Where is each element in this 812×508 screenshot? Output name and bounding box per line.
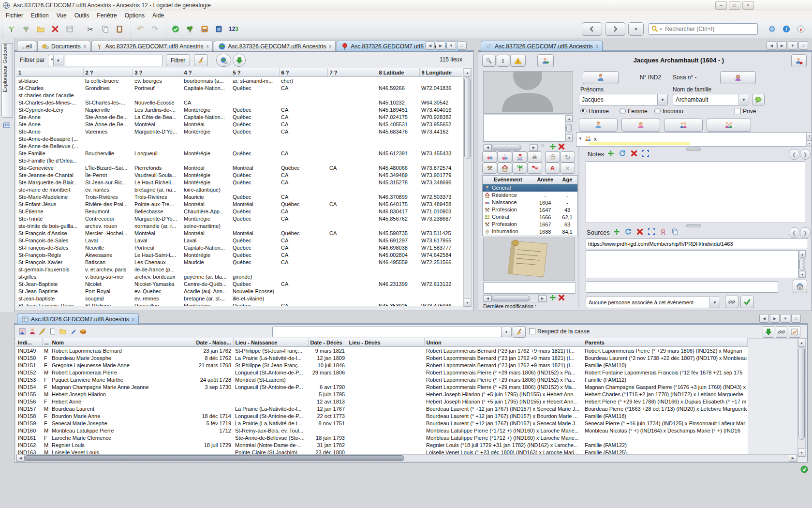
table-row[interactable]: IND162MRegnier Louis18 juil 1729Montréal… xyxy=(16,441,747,448)
gedcom-explorer-tab[interactable]: Explorateur Gedcom xyxy=(1,43,13,118)
table-row[interactable]: St-Cyprien-de-LéryNapiervilleLes Jardins… xyxy=(16,106,462,113)
clear-filter-button[interactable] xyxy=(194,54,208,66)
source-media-button[interactable] xyxy=(793,280,807,293)
firstname-combo[interactable]: Jacques ▼ xyxy=(579,94,668,105)
ev-relation-button[interactable] xyxy=(527,163,542,174)
associate-link-button[interactable] xyxy=(725,296,738,308)
ev-death-button[interactable]: ☠ xyxy=(527,151,542,163)
splitter-handle[interactable] xyxy=(686,148,701,151)
scroll-left-arrow[interactable]: ◀ xyxy=(484,144,492,151)
scrollbar-thumb[interactable] xyxy=(491,296,530,301)
scroll-left-arrow[interactable]: ◀ xyxy=(16,455,25,462)
certify-source-icon[interactable] xyxy=(659,228,667,236)
ev-a-button[interactable]: A xyxy=(545,163,560,174)
places-col-6[interactable]: 6 ? xyxy=(279,68,327,77)
tab-asc-837326-gedcom7-utf8-ancestris[interactable]: Asc.837326.GEDCOM7.utf8 Ancestrisx xyxy=(214,41,336,51)
geocode-button[interactable] xyxy=(216,54,231,67)
media-scrollbar[interactable]: ▲ ▼ xyxy=(565,115,573,142)
search-dropdown-button[interactable]: ▼ xyxy=(501,327,512,337)
person-red-icon[interactable] xyxy=(28,327,37,336)
table-row[interactable]: IND150FBourdeau Marie Josephe8 déc 1762L… xyxy=(16,354,747,361)
table-row[interactable]: st-jean-baptistesougealev. rennesbretagn… xyxy=(16,295,462,302)
source-media-h-scrollbar[interactable]: ◀ ▶ xyxy=(483,295,547,302)
places-col-7[interactable]: 7 ? xyxy=(327,68,377,77)
table-row[interactable]: IND160MMonbleau Latulippe Pierre1712St-R… xyxy=(16,427,747,434)
table-row[interactable]: Ste-Anne-de-Bellevue (... xyxy=(16,142,462,149)
minimize-button[interactable]: – xyxy=(715,1,727,10)
anchor-button[interactable] xyxy=(482,55,496,67)
table-row[interactable]: St-François-d'AssiseMercier--Hochel...Mo… xyxy=(16,229,462,237)
ev-profession-button[interactable]: ⚒ xyxy=(482,163,497,174)
table-row[interactable]: St-Charles-des-Mines-...St-Charles-les-.… xyxy=(16,99,462,106)
scrollbar-thumb[interactable] xyxy=(798,347,805,440)
sprout-button[interactable] xyxy=(4,22,19,36)
add-note-icon[interactable] xyxy=(607,149,615,157)
events-col-annee[interactable]: Année xyxy=(533,176,557,184)
table-row[interactable]: Ste-AnneVarennesMarguerite-D'Yo...Montér… xyxy=(16,128,462,135)
check-circle-button[interactable] xyxy=(168,22,183,36)
menu-fenêtre[interactable]: Fenêtre xyxy=(93,11,120,20)
notes-textarea[interactable] xyxy=(586,161,805,223)
table-row[interactable]: ste-marie de montbertev. nantesbretagne … xyxy=(16,186,462,193)
warnings-button[interactable]: ! xyxy=(510,55,526,67)
scroll-up-arrow[interactable]: ▲ xyxy=(799,251,806,257)
tab-maximize-button[interactable]: □ xyxy=(798,41,808,50)
tab-scroll-right-button[interactable]: ▶ xyxy=(770,314,780,323)
media-h-scrollbar[interactable]: ◀ ▶ xyxy=(483,144,538,151)
add-media-icon[interactable] xyxy=(549,143,557,150)
scroll-up-arrow[interactable]: ▲ xyxy=(798,339,805,347)
maximize-button[interactable]: □ xyxy=(729,1,740,10)
next-note-button[interactable]: ❯ xyxy=(800,149,811,160)
event-row-résidence[interactable]: Résidence-- xyxy=(483,192,577,199)
indi-col-1[interactable]: ... xyxy=(42,338,50,347)
individuals-search-input[interactable] xyxy=(272,327,502,337)
scroll-right-arrow[interactable]: ▶ xyxy=(530,144,538,151)
places-col-1[interactable]: 1 xyxy=(16,68,83,77)
remove-media-icon[interactable] xyxy=(558,143,565,150)
table-row[interactable]: st-gillesv. bourg-sur-merarchev. bordeau… xyxy=(16,273,462,280)
expand-arrow-icon[interactable]: ▼ xyxy=(578,136,582,141)
scroll-down-arrow[interactable]: ▼ xyxy=(799,271,806,278)
individuals-vertical-scrollbar[interactable]: ▲ ▼ xyxy=(797,338,806,457)
father-button[interactable] xyxy=(583,71,619,84)
scrollbar-thumb[interactable] xyxy=(464,77,471,159)
places-col-3[interactable]: 3 ? xyxy=(133,68,182,77)
tab-scroll-right-button[interactable]: ▶ xyxy=(436,41,445,50)
confirm-button[interactable] xyxy=(740,296,754,308)
scroll-down-arrow[interactable]: ▼ xyxy=(798,448,805,457)
pencil-blue-icon[interactable] xyxy=(68,327,78,336)
table-row[interactable]: st-charles dans l'acadie xyxy=(16,91,462,99)
tab-maximize-button[interactable]: □ xyxy=(457,41,467,50)
places-col-2[interactable]: 2 ? xyxy=(83,68,133,77)
ev-marriage-button[interactable] xyxy=(512,151,527,163)
table-row[interactable]: Ste-TrinitéContrecoeurMarguerite-D'Yo...… xyxy=(16,215,462,222)
gender-radio-inconnu[interactable]: Inconnu xyxy=(654,108,683,115)
table-row[interactable]: St-François-XavierBatiscanLes ChenauxMau… xyxy=(16,258,462,266)
table-row[interactable]: Ste-AnneSte-Anne-de-Be...MontréalMontréa… xyxy=(16,120,462,128)
table-row[interactable]: st-blaisela celle-bruereev. bourgesbourb… xyxy=(16,77,462,85)
indi-col-8[interactable]: Parents xyxy=(583,338,747,347)
nav-dropdown-button[interactable]: ▼ xyxy=(628,22,644,36)
table-row[interactable]: IND155MHebert Joseph Hilarion5 juin 1795… xyxy=(16,390,747,398)
table-row[interactable]: Ste-FamilleBouchervilleLongueuilMontérég… xyxy=(16,149,462,157)
menu-vue[interactable]: Vue xyxy=(53,11,71,20)
ev-birth-button[interactable] xyxy=(482,151,497,163)
download-places-button[interactable] xyxy=(233,54,246,67)
scroll-down-arrow[interactable]: ▼ xyxy=(807,140,812,146)
places-col-4[interactable]: 4 ? xyxy=(182,68,231,77)
private-checkbox[interactable]: Privé xyxy=(735,108,756,115)
tab-asc-837326-gedcom7-utf8-ancestris[interactable]: Asc.837326.GEDCOM7.utf8 Ancestrisx xyxy=(91,41,213,51)
event-row-inhumation[interactable]: Inhumation168884,1 xyxy=(483,228,577,235)
add-individual-button[interactable] xyxy=(537,54,554,67)
copy-source-icon[interactable] xyxy=(671,228,679,236)
table-row[interactable]: IND158FBourdon Marie Anne18 déc 1714Long… xyxy=(16,412,747,419)
disk-button[interactable] xyxy=(62,22,77,36)
status-update-icon[interactable] xyxy=(800,465,808,473)
tree-green-button[interactable] xyxy=(183,22,197,36)
settings-button[interactable]: ⚙ xyxy=(765,22,779,36)
tab-close-icon[interactable]: x xyxy=(84,44,86,49)
table-row[interactable]: IND154FMagnan Champagne Marie Anne Jeann… xyxy=(16,383,747,390)
name-comment-button[interactable] xyxy=(752,94,765,105)
docs-yellow-icon[interactable] xyxy=(58,327,68,336)
tree-faded-button[interactable] xyxy=(19,22,33,36)
